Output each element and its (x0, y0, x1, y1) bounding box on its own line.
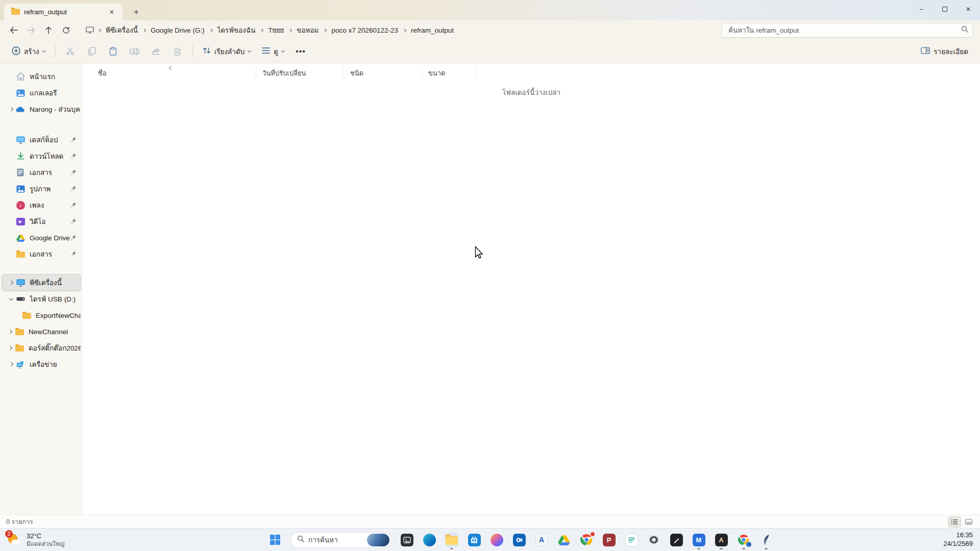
cut-button[interactable] (61, 43, 80, 60)
taskbar-icon-chrome[interactable] (579, 533, 594, 547)
expand-chevron-icon[interactable] (8, 346, 12, 350)
breadcrumb-item-ttttttt[interactable]: Ttttttt (264, 24, 288, 36)
tab-close-icon[interactable]: ✕ (106, 7, 117, 18)
taskbar-icon-word[interactable]: A (534, 533, 549, 547)
new-tab-button[interactable]: + (130, 6, 143, 19)
sidebar-item-videos[interactable]: ▶ วิดีโอ (2, 213, 81, 230)
taskbar-icon-outlook[interactable] (512, 533, 526, 547)
sidebar-item-desktop[interactable]: เดสก์ท็อป (2, 132, 81, 148)
breadcrumb-separator-icon (142, 28, 146, 32)
sidebar-item-usb-drive[interactable]: ไดรฟ์ USB (D:) (2, 291, 81, 307)
back-button[interactable] (5, 22, 22, 38)
new-button[interactable]: สร้าง (7, 43, 50, 60)
breadcrumb-item-refram-output[interactable]: refram_output (407, 24, 458, 36)
up-button[interactable] (40, 22, 57, 38)
minimize-button[interactable]: – (910, 0, 933, 18)
home-icon (15, 72, 26, 81)
details-pane-label: รายละเอียด (934, 46, 968, 57)
refresh-button[interactable] (57, 22, 75, 38)
tab-title: refram_output (24, 8, 106, 16)
expand-chevron-icon[interactable] (9, 107, 13, 111)
sidebar-item-this-pc[interactable]: พีซีเครื่องนี้ (2, 274, 81, 291)
search-icon[interactable] (961, 26, 968, 35)
running-indicator (697, 548, 700, 549)
column-name[interactable]: ชื่อ (88, 67, 256, 79)
breadcrumb-item-my-drive[interactable]: ไดรฟ์ของฉัน (213, 22, 260, 38)
sidebar-item-pictures[interactable]: รูปภาพ (2, 181, 81, 197)
rename-button[interactable] (125, 43, 144, 60)
breadcrumb-item-poco[interactable]: poco x7 20260122-23 (327, 24, 402, 36)
taskbar-icon-google-drive[interactable] (557, 533, 571, 547)
taskbar-icon-notes[interactable] (624, 533, 639, 547)
taskbar-icon-pen-editor[interactable] (669, 533, 683, 547)
sidebar-item-documents[interactable]: เอกสาร (2, 164, 81, 181)
sidebar-item-onedrive[interactable]: Narong - ส่วนบุคคล (2, 101, 81, 117)
sidebar-item-google-drive[interactable]: Google Drive (G:) (2, 230, 81, 246)
sidebar-item-music[interactable]: ♪ เพลง (2, 197, 81, 213)
breadcrumb-item-google-drive[interactable]: Google Drive (G:) (146, 24, 209, 36)
file-list-pane[interactable]: ชื่อ วันที่ปรับเปลี่ยน ชนิด ขนาด โฟลเดอร… (83, 63, 980, 515)
taskbar-icon-edge[interactable] (422, 533, 436, 547)
details-view-toggle[interactable] (948, 517, 961, 527)
taskbar-icon-arc-browser[interactable]: A (714, 533, 728, 547)
mouse-cursor (475, 246, 484, 262)
close-button[interactable]: ✕ (957, 0, 980, 18)
search-highlight-thumbnail[interactable] (367, 534, 389, 546)
taskbar-icon-copilot[interactable] (489, 533, 504, 547)
breadcrumb: พีซีเครื่องนี้ Google Drive (G:) ไดรฟ์ขอ… (83, 22, 716, 38)
column-type[interactable]: ชนิด (344, 67, 422, 79)
expand-chevron-icon[interactable] (8, 330, 12, 334)
more-button[interactable]: ••• (291, 43, 310, 60)
empty-folder-message: โฟลเดอร์นี้ว่างเปล่า (83, 87, 980, 98)
taskbar-icon-file-explorer[interactable] (445, 533, 459, 547)
taskbar-clock[interactable]: 16:35 24/1/2569 (924, 531, 980, 548)
sidebar-item-home[interactable]: หน้าแรก (2, 68, 81, 85)
documents-icon (15, 168, 26, 177)
weather-widget[interactable]: 2 32°C มีแดดส่วนใหญ่ (0, 532, 117, 548)
sidebar-item-downloads[interactable]: ดาวน์โหลด (2, 148, 81, 164)
explorer-tab[interactable]: refram_output ✕ (4, 4, 122, 20)
column-date-modified[interactable]: วันที่ปรับเปลี่ยน (256, 67, 344, 79)
folder-icon (14, 344, 24, 352)
taskbar-icon-photos[interactable] (400, 533, 414, 547)
sidebar-item-exportnewchanel[interactable]: ExportNewChanel (2, 307, 81, 323)
sidebar-item-network[interactable]: เครือข่าย (2, 356, 81, 372)
breadcrumb-item-khohom[interactable]: ขอหอม (292, 22, 323, 38)
view-button[interactable]: ดู (257, 43, 289, 60)
sidebar-item-documents-folder[interactable]: เอกสาร (2, 246, 81, 262)
sidebar-item-newchannel[interactable]: NewChannel (2, 323, 81, 340)
thumbnail-view-toggle[interactable] (963, 517, 975, 527)
taskbar-search-box[interactable]: การค้นหา (290, 532, 391, 548)
details-pane-button[interactable]: รายละเอียด (916, 43, 973, 60)
breadcrumb-item-this-pc[interactable]: พีซีเครื่องนี้ (102, 22, 142, 38)
search-input[interactable] (728, 27, 961, 34)
downloads-icon (15, 152, 26, 160)
copy-button[interactable] (82, 43, 102, 60)
paste-button[interactable] (104, 43, 123, 60)
sidebar-item-tiktok2026[interactable]: ดอร์สติ๊กต๊อก2026 (2, 340, 81, 356)
taskbar-icon-feather[interactable] (759, 533, 773, 547)
taskbar-icon-microsoft-store[interactable] (467, 533, 481, 547)
search-box[interactable] (722, 23, 973, 38)
taskbar-icon-powerpoint[interactable]: P (602, 533, 616, 547)
collapse-chevron-icon[interactable] (9, 296, 13, 300)
sort-button[interactable]: เรียงลำดับ (198, 43, 256, 60)
column-size[interactable]: ขนาด (422, 67, 476, 79)
expand-chevron-icon[interactable] (9, 281, 13, 285)
expand-chevron-icon[interactable] (9, 362, 13, 366)
pin-icon (71, 233, 77, 242)
maximize-button[interactable] (933, 0, 957, 18)
start-button[interactable] (268, 533, 282, 547)
breadcrumb-device-icon[interactable] (83, 22, 97, 38)
delete-button[interactable] (168, 43, 187, 60)
tab-bar: refram_output ✕ + – ✕ (0, 0, 980, 20)
desktop-icon (15, 136, 26, 144)
pin-icon (71, 201, 77, 210)
taskbar-icon-settings[interactable] (647, 533, 661, 547)
items-count: 0 รายการ (6, 517, 33, 527)
taskbar-icon-microsoft-365[interactable]: M (692, 533, 706, 547)
share-button[interactable] (146, 43, 166, 60)
forward-button[interactable] (22, 22, 40, 38)
taskbar-icon-chrome-globe[interactable] (737, 533, 751, 547)
sidebar-item-gallery[interactable]: แกลเลอรี (2, 85, 81, 101)
